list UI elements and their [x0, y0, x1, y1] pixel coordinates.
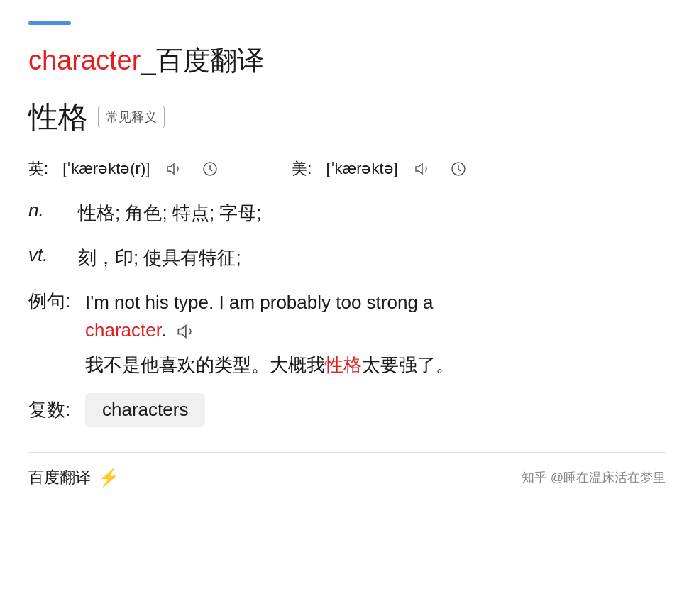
- american-label: 美:: [292, 158, 312, 180]
- page-title: character_百度翻译: [28, 45, 666, 77]
- main-chinese-translation: 性格: [28, 97, 88, 137]
- definition-row-vt: vt. 刻，印; 使具有特征;: [28, 244, 666, 272]
- example-zh-red: 性格: [325, 354, 362, 375]
- svg-marker-0: [167, 164, 174, 174]
- example-label: 例句:: [28, 289, 71, 314]
- example-zh-before: 我不是他喜欢的类型。大概我: [85, 354, 325, 375]
- american-ipa: [ˈkærəktə]: [326, 160, 397, 178]
- lightning-icon: ⚡: [98, 468, 119, 488]
- pronunciation-row: 英: [ˈkærəktə(r)] 美: [ˈkærəktə]: [28, 158, 666, 180]
- american-slow-audio-icon[interactable]: [448, 158, 469, 180]
- example-audio-icon[interactable]: [177, 321, 197, 341]
- british-slow-audio-icon[interactable]: [199, 158, 221, 180]
- example-row: 例句: I'm not his type. I am probably too …: [28, 289, 666, 379]
- svg-marker-4: [179, 326, 187, 337]
- definition-row-n: n. 性格; 角色; 特点; 字母;: [28, 199, 666, 227]
- example-content: I'm not his type. I am probably too stro…: [85, 289, 454, 379]
- plural-value: characters: [85, 393, 205, 427]
- def-vt-text: 刻，印; 使具有特征;: [78, 244, 241, 272]
- example-zh-after: 太要强了。: [362, 354, 454, 375]
- def-noun-text: 性格; 角色; 特点; 字母;: [78, 199, 262, 227]
- svg-marker-2: [416, 164, 422, 174]
- plural-row: 复数: characters: [28, 393, 666, 427]
- pos-noun: n.: [28, 199, 57, 221]
- example-en-after: .: [161, 319, 166, 341]
- title-black-part: _百度翻译: [141, 45, 263, 75]
- common-meaning-badge[interactable]: 常见释义: [98, 106, 165, 128]
- example-en-red: character: [85, 319, 161, 341]
- british-ipa: [ˈkærəktə(r)]: [62, 160, 150, 178]
- example-en-before: I'm not his type. I am probably too stro…: [85, 292, 434, 313]
- brand-name: 百度翻译: [28, 467, 91, 488]
- american-audio-icon[interactable]: [412, 158, 434, 180]
- example-chinese: 我不是他喜欢的类型。大概我性格太要强了。: [85, 351, 454, 379]
- pos-vt: vt.: [28, 244, 57, 266]
- main-translation-row: 性格 常见释义: [28, 97, 666, 137]
- plural-label: 复数:: [28, 397, 71, 422]
- footer-brand: 百度翻译 ⚡: [28, 467, 119, 488]
- footer: 百度翻译 ⚡ 知乎 @睡在温床活在梦里: [28, 452, 666, 488]
- title-red-part: character: [28, 45, 141, 75]
- footer-attribution: 知乎 @睡在温床活在梦里: [522, 469, 666, 486]
- accent-bar: [28, 21, 71, 25]
- british-label: 英:: [28, 158, 48, 180]
- example-english: I'm not his type. I am probably too stro…: [85, 289, 454, 344]
- british-audio-icon[interactable]: [164, 158, 185, 180]
